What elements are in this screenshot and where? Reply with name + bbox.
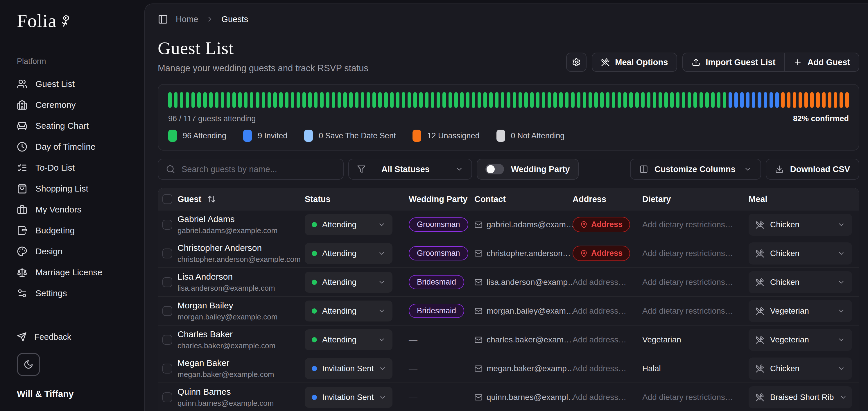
contact-cell[interactable]: christopher.anderson…	[474, 249, 572, 258]
feedback-button[interactable]: Feedback	[17, 332, 134, 342]
list-checks-icon	[17, 163, 27, 173]
row-checkbox[interactable]	[162, 392, 172, 402]
meal-select[interactable]: Chicken	[749, 242, 852, 265]
status-filter-select[interactable]: All Statuses	[348, 159, 472, 180]
rsvp-tick	[519, 92, 522, 108]
status-select[interactable]: Invitation Sent	[305, 387, 393, 408]
chevron-down-icon	[378, 250, 385, 257]
wedding-party-badge[interactable]: Groomsman	[409, 246, 468, 260]
meal-select[interactable]: Chicken	[749, 357, 852, 380]
contact-cell[interactable]: charles.baker@exam…	[474, 335, 572, 345]
status-select[interactable]: Invitation Sent	[305, 358, 393, 379]
sidebar-item-guest-list[interactable]: Guest List	[17, 74, 134, 94]
contact-cell[interactable]: quinn.barnes@exampl…	[474, 393, 572, 402]
import-guest-list-button[interactable]: Import Guest List	[682, 53, 784, 72]
address-placeholder[interactable]: Add address…	[572, 364, 626, 373]
import-guest-list-label: Import Guest List	[706, 58, 775, 67]
chevron-down-icon	[378, 336, 385, 344]
contact-cell[interactable]: lisa.anderson@examp…	[474, 277, 572, 287]
sidebar-item-to-do-list[interactable]: To-Do List	[17, 157, 134, 178]
sidebar-item-day-of-timeline[interactable]: Day of Timeline	[17, 136, 134, 157]
dietary-placeholder[interactable]: Add dietary restrictions…	[642, 306, 733, 316]
row-checkbox[interactable]	[162, 220, 172, 230]
scale-icon	[17, 267, 27, 277]
rsvp-tick	[238, 92, 242, 108]
meal-select[interactable]: Vegeterian	[749, 300, 852, 322]
address-placeholder[interactable]: Add address…	[572, 393, 626, 402]
row-checkbox[interactable]	[162, 248, 172, 258]
meal-value: Chicken	[770, 277, 800, 287]
address-missing-pill[interactable]: Address	[572, 217, 630, 232]
address-missing-pill[interactable]: Address	[572, 245, 630, 261]
dietary-value[interactable]: Vegetarian	[642, 335, 681, 345]
meal-value: Chicken	[770, 220, 800, 229]
sidebar-item-marriage-license[interactable]: Marriage License	[17, 262, 134, 283]
dietary-placeholder[interactable]: Add dietary restrictions…	[642, 220, 733, 229]
meal-select[interactable]: Vegeterian	[749, 329, 852, 351]
rsvp-tick	[431, 92, 434, 108]
add-guest-button[interactable]: Add Guest	[784, 53, 859, 72]
status-select[interactable]: Attending	[305, 214, 393, 235]
rsvp-tick	[343, 92, 347, 108]
wedding-party-badge[interactable]: Bridesmaid	[409, 275, 464, 289]
dietary-value[interactable]: Halal	[642, 364, 661, 373]
breadcrumb-home[interactable]: Home	[176, 14, 198, 24]
sidebar-item-shopping-list[interactable]: Shopping List	[17, 178, 134, 199]
status-select[interactable]: Attending	[305, 300, 393, 321]
status-select[interactable]: Attending	[305, 329, 393, 350]
column-header-guest[interactable]: Guest	[178, 195, 305, 204]
search-guests-box	[158, 159, 344, 180]
sidebar-item-budgeting[interactable]: Budgeting	[17, 220, 134, 241]
sidebar-item-ceremony[interactable]: Ceremony	[17, 94, 134, 115]
status-select[interactable]: Attending	[305, 272, 393, 293]
toggle-switch[interactable]	[486, 164, 504, 174]
rsvp-tick	[764, 92, 767, 108]
meal-select[interactable]: Braised Short Rib	[749, 386, 852, 408]
wedding-party-toggle-label: Wedding Party	[511, 165, 570, 174]
sidebar-item-my-vendors[interactable]: My Vendors	[17, 199, 134, 220]
rsvp-tick	[501, 92, 504, 108]
theme-toggle-button[interactable]	[17, 353, 40, 376]
rsvp-tick	[448, 92, 452, 108]
address-placeholder[interactable]: Add address…	[572, 277, 626, 287]
rsvp-tick	[442, 92, 446, 108]
address-placeholder[interactable]: Add address…	[572, 335, 626, 345]
select-all-checkbox[interactable]	[162, 194, 172, 204]
rsvp-tick	[484, 92, 487, 108]
contact-cell[interactable]: morgan.bailey@exam…	[474, 306, 572, 316]
sidebar-item-label: Guest List	[35, 79, 75, 89]
search-input[interactable]	[182, 165, 336, 174]
arrow-up-down-icon	[207, 195, 216, 203]
sidebar-item-design[interactable]: Design	[17, 241, 134, 262]
wedding-party-badge[interactable]: Groomsman	[409, 217, 468, 232]
sidebar-toggle-button[interactable]	[158, 14, 168, 24]
sidebar-item-seating-chart[interactable]: Seating Chart	[17, 115, 134, 136]
chevron-down-icon	[378, 278, 385, 286]
wedding-party-badge[interactable]: Bridesmaid	[409, 304, 464, 318]
meal-select[interactable]: Chicken	[749, 214, 852, 236]
chevron-down-icon	[837, 250, 845, 257]
row-checkbox[interactable]	[162, 363, 172, 374]
rsvp-tick	[734, 92, 738, 108]
dietary-placeholder[interactable]: Add dietary restrictions…	[642, 277, 733, 287]
wedding-party-toggle[interactable]: Wedding Party	[477, 159, 579, 180]
guest-cell: Lisa Anderson lisa.anderson@example.com	[178, 272, 305, 293]
settings-button[interactable]	[566, 53, 587, 72]
contact-cell[interactable]: megan.baker@examp…	[474, 364, 572, 373]
customize-columns-button[interactable]: Customize Columns	[630, 159, 761, 180]
status-select[interactable]: Attending	[305, 243, 393, 264]
palette-icon	[17, 246, 27, 257]
meal-options-button[interactable]: Meal Options	[592, 53, 677, 72]
sidebar-item-label: Day of Timeline	[35, 142, 96, 152]
meal-select[interactable]: Chicken	[749, 271, 852, 293]
download-csv-button[interactable]: Download CSV	[766, 159, 859, 180]
address-placeholder[interactable]: Add address…	[572, 306, 626, 316]
row-checkbox[interactable]	[162, 277, 172, 287]
row-checkbox[interactable]	[162, 335, 172, 345]
sidebar-item-settings[interactable]: Settings	[17, 283, 134, 304]
dietary-placeholder[interactable]: Add dietary restrictions…	[642, 249, 733, 258]
row-checkbox[interactable]	[162, 306, 172, 316]
dietary-placeholder[interactable]: Add dietary restrictions…	[642, 393, 733, 402]
contact-cell[interactable]: gabriel.adams@exam…	[474, 220, 572, 229]
guest-name: Megan Baker	[178, 358, 305, 368]
